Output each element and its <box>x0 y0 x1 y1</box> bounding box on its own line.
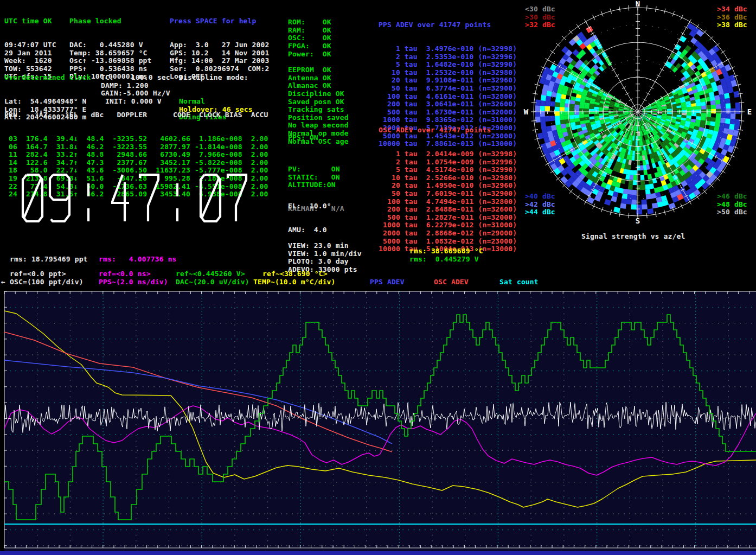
label-sat-count: Sat count <box>499 278 539 286</box>
polar-title: Signal strength vs az/el <box>581 233 685 241</box>
ref-dac: ref~<0.445260 V> <box>176 270 245 278</box>
discipline-title: Discipline mode: <box>179 74 253 82</box>
osc-adev-title: OSC ADEV over 41747 points <box>379 126 517 135</box>
rms-temp: rms: 38.669689 °C <box>409 247 483 256</box>
scale-dac: DAC~(20.0 uV/div) <box>176 278 249 286</box>
compass-e: E <box>747 107 752 116</box>
adev-row: 50 tau 6.3774e-011 (n=32900) <box>379 85 517 93</box>
adev-row: 10 tau 2.5266e-010 (n=32980) <box>379 174 517 182</box>
adev-row: 50 tau 7.6019e-011 (n=32900) <box>379 190 517 198</box>
adev-row: 1 tau 3.4976e-010 (n=32998) <box>379 45 517 53</box>
sat-table-header: PRN °AZ °EL dBc DOPPLER CODE CLOCK BIAS … <box>4 111 268 119</box>
health-block: EEPROM OKAntenna OKAlmanac OKDiscipline … <box>288 50 349 161</box>
adev-row: 10 tau 1.2532e-010 (n=32980) <box>379 69 517 77</box>
label-pps-adev: PPS ADEV <box>370 278 405 286</box>
utc-status-title: UTC time OK <box>4 17 56 25</box>
receiver-mode-title: Overdetermined clock <box>4 74 91 82</box>
legend-entry: >30 dBc <box>525 14 555 22</box>
sat-row: 06 164.7 31.8↓ 46.2 -3223.55 2877.97 -1.… <box>4 143 268 151</box>
scale-osc: OSC=(100 ppt/div) <box>10 278 84 286</box>
pps-adev-title: PPS ADEV over 41747 points <box>379 21 517 29</box>
adev-row: 20 tau 1.4950e-010 (n=32960) <box>379 182 517 190</box>
lady-heather-screen: UTC time OK 09:47:07 UTC29 Jan 2011Week:… <box>0 0 756 555</box>
adev-row: 200 tau 2.8488e-011 (n=32600) <box>379 206 517 214</box>
legend-nw: <30 dBc>30 dBc>32 dBc <box>525 5 555 29</box>
legend-entry: >36 dBc <box>717 14 747 22</box>
legend-entry: <30 dBc <box>525 5 555 14</box>
legend-entry: >32 dBc <box>525 21 555 29</box>
osc-adev-table: OSC ADEV over 41747 points 1 tau 2.0414e… <box>379 111 517 269</box>
legend-entry: >38 dBc <box>717 21 747 29</box>
rms-pps: rms: 4.007736 ns <box>99 256 177 264</box>
ref-temp: ref~<38.690 °C> <box>262 270 328 278</box>
legend-entry: >46 dBc <box>717 193 747 201</box>
adev-row: 100 tau 4.6161e-011 (n=32800) <box>379 93 517 101</box>
scale-pps: PPS~(2.0 ns/div) <box>99 278 168 286</box>
legend-entry: >40 dBc <box>525 193 555 201</box>
elevation-mask: EL: 10.0° <box>288 202 331 210</box>
sat-row: 11 282.4 33.2↑ 48.8 2948.66 6730.49 7.96… <box>4 151 268 159</box>
sat-row: 03 176.4 39.4↓ 48.4 -3235.52 4602.66 1.1… <box>4 135 268 143</box>
ref-osc: ref=<0.0 ppt> <box>10 270 66 278</box>
fix-flags-lines: PV: ONSTATIC: ONALTITUDE:ON <box>288 165 344 189</box>
adev-row: 1 tau 2.0414e-009 (n=32998) <box>379 150 517 158</box>
compass-w: W <box>524 107 529 116</box>
phase-title: Phase locked <box>69 17 152 25</box>
legend-entry: >50 dBc <box>717 208 747 216</box>
rms-dac: rms: 0.445279 V <box>409 256 479 264</box>
legend-entry: >44 dBc <box>525 208 555 216</box>
sat-row: 14 122.6 34.7↑ 47.3 2377.67 3452.17 -5.8… <box>4 159 268 167</box>
adev-row: 500 tau 1.2827e-011 (n=32000) <box>379 214 517 222</box>
adev-row: 2000 tau 2.8868e-012 (n=29000) <box>379 229 517 238</box>
compass-s: S <box>636 216 640 225</box>
adev-row: 2 tau 2.5353e-010 (n=32996) <box>379 53 517 61</box>
legend-entry: >42 dBc <box>525 201 555 209</box>
adev-row: 5 tau 4.5174e-010 (n=32990) <box>379 166 517 174</box>
adev-row: 200 tau 3.0641e-011 (n=32600) <box>379 100 517 109</box>
scale-temp: TEMP~(10.0 m°C/div) <box>253 278 336 286</box>
help-title: Press SPACE for help <box>170 17 269 25</box>
pps-status: PPS: ON <box>288 134 318 142</box>
adev-row: 20 tau 9.9108e-011 (n=32960) <box>379 76 517 85</box>
adev-row: 2 tau 1.0754e-009 (n=32996) <box>379 158 517 167</box>
ref-pps: ref=<0.0 ns> <box>99 270 151 278</box>
legend-entry: >48 dBc <box>717 201 747 209</box>
view-lines: VIEW: 23.0 minVIEW: 1.0 min/divPLOTQ: 3.… <box>288 242 362 273</box>
adev-row: 100 tau 4.7494e-011 (n=32800) <box>379 198 517 206</box>
osc-adev-rows: 1 tau 2.0414e-009 (n=32998) 2 tau 1.0754… <box>379 150 517 253</box>
big-digital-clock <box>4 169 276 232</box>
legend-entry: >34 dBc <box>717 5 747 14</box>
legend-se: >46 dBc>48 dBc>50 dBc <box>717 193 747 216</box>
adev-row: 1000 tau 6.2279e-012 (n=31000) <box>379 221 517 229</box>
scroll-left-arrow-icon[interactable]: ← <box>1 278 5 286</box>
history-plot[interactable] <box>0 286 756 555</box>
label-osc-adev: OSC ADEV <box>434 278 469 286</box>
rms-osc: rms: 18.795469 ppt <box>10 256 88 264</box>
adev-row: 5000 tau 1.0832e-012 (n=23000) <box>379 238 517 246</box>
adev-row: 5 tau 1.6482e-010 (n=32990) <box>379 61 517 69</box>
legend-sw: >40 dBc>42 dBc>44 dBc <box>525 193 555 216</box>
legend-ne: >34 dBc>36 dBc>38 dBc <box>717 5 747 29</box>
compass-n: N <box>636 0 640 8</box>
